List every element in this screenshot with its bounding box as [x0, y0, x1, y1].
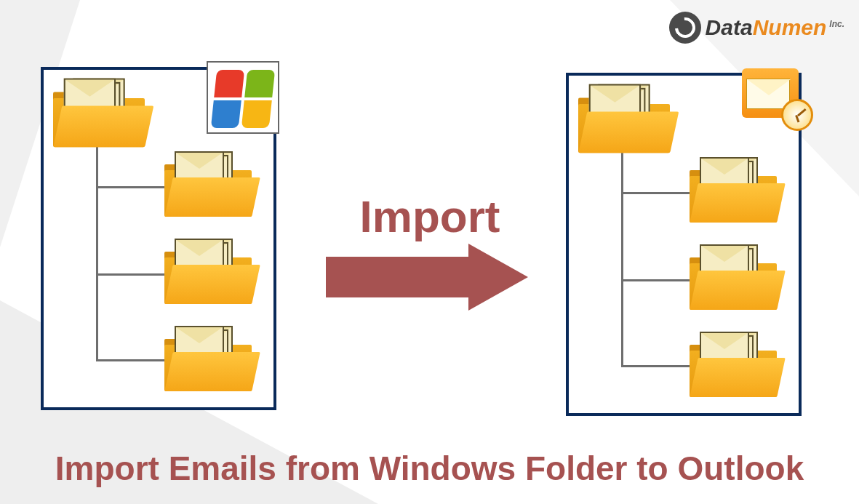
tree-line-h2 [96, 273, 166, 276]
subfolder-2-icon [164, 241, 252, 304]
subfolder-2-icon [690, 247, 777, 310]
source-windows-panel [41, 67, 276, 410]
tree-line-vertical [96, 147, 98, 361]
root-folder-icon [578, 87, 670, 153]
brand-mark-icon [669, 12, 701, 44]
tree-line-h3 [96, 359, 166, 361]
tree-line-h1 [621, 192, 691, 194]
arrow-icon [326, 244, 534, 311]
tree-line-vertical [621, 153, 623, 367]
subfolder-1-icon [164, 154, 252, 217]
brand-text: DataNumenInc. [706, 15, 844, 40]
target-outlook-panel [566, 73, 802, 416]
root-folder-icon [53, 81, 145, 147]
brand-part2: Numen [753, 15, 827, 39]
subfolder-1-icon [690, 160, 777, 223]
tree-line-h2 [621, 279, 691, 281]
subfolder-3-icon [164, 329, 252, 391]
tree-line-h3 [621, 365, 691, 367]
import-arrow: Import [317, 191, 543, 311]
page-caption: Import Emails from Windows Folder to Out… [0, 449, 859, 488]
tree-line-h1 [96, 186, 166, 188]
subfolder-3-icon [690, 335, 777, 397]
arrow-label: Import [317, 191, 543, 242]
brand-part1: Data [706, 15, 753, 39]
brand-suffix: Inc. [829, 19, 844, 29]
outlook-logo-icon [738, 63, 810, 135]
brand-logo: DataNumenInc. [669, 12, 844, 44]
windows-logo-icon [207, 61, 279, 134]
